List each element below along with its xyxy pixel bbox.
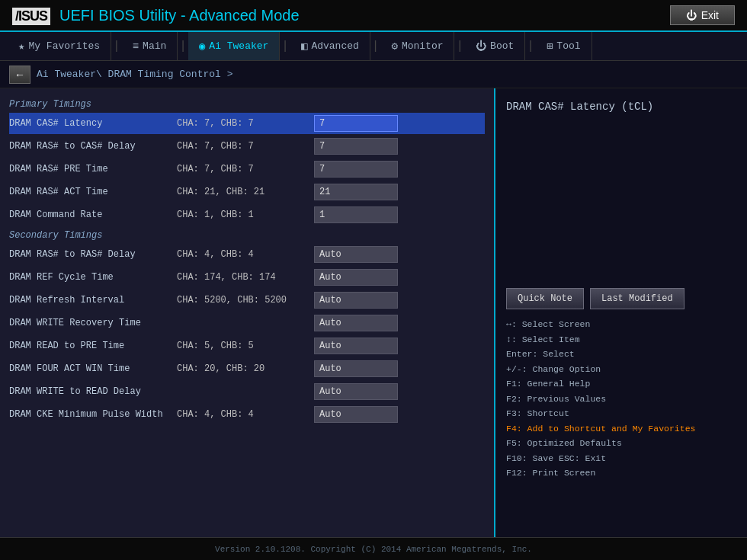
bios-row[interactable]: DRAM CKE Minimum Pulse WidthCHA: 4, CHB:… — [9, 404, 485, 425]
help-line: ↔: Select Screen — [506, 317, 736, 332]
boot-icon: ⏻ — [476, 40, 486, 53]
main-icon: ≡ — [133, 40, 139, 53]
row-channels: CHA: 5200, CHB: 5200 — [177, 295, 314, 306]
row-name: DRAM WRITE to READ Delay — [9, 386, 177, 397]
help-line: F10: Save ESC: Exit — [506, 451, 736, 466]
help-line: F3: Shortcut — [506, 406, 736, 421]
nav-label-main: Main — [143, 40, 166, 52]
row-value: Auto — [314, 246, 398, 263]
bios-row[interactable]: DRAM RAS# to CAS# DelayCHA: 7, CHB: 77 — [9, 136, 485, 157]
row-value: 7 — [314, 115, 398, 132]
row-channels: CHA: 20, CHB: 20 — [177, 363, 314, 374]
quick-note-button[interactable]: Quick Note — [506, 288, 584, 309]
row-value: Auto — [314, 315, 398, 331]
bios-row[interactable]: DRAM WRITE Recovery TimeAuto — [9, 312, 485, 334]
help-line: ↕: Select Item — [506, 332, 736, 347]
row-channels: CHA: 4, CHB: 4 — [177, 249, 314, 260]
bios-row[interactable]: DRAM RAS# to RAS# DelayCHA: 4, CHB: 4Aut… — [9, 244, 485, 265]
bios-row[interactable]: DRAM REF Cycle TimeCHA: 174, CHB: 174Aut… — [9, 267, 485, 288]
nav-item-tool[interactable]: ⊞Tool — [536, 32, 592, 60]
asus-logo: /ISUS — [12, 5, 50, 25]
row-value: Auto — [314, 360, 398, 377]
nav-item-monitor[interactable]: ⚙Monitor — [380, 32, 454, 60]
ai-tweaker-icon: ◉ — [199, 40, 205, 53]
nav-sep: | — [280, 40, 290, 53]
right-panel: DRAM CAS# Latency (tCL) Quick Note Last … — [495, 88, 747, 537]
navbar: ★My Favorites|≡Main|◉Ai Tweaker|◧Advance… — [0, 32, 747, 61]
row-channels: CHA: 7, CHB: 7 — [177, 164, 314, 174]
row-name: DRAM RAS# PRE Time — [9, 164, 177, 174]
row-value: Auto — [314, 406, 398, 423]
nav-label-tool: Tool — [556, 40, 580, 52]
row-name: DRAM Command Rate — [9, 210, 177, 220]
help-line: F12: Print Screen — [506, 466, 736, 481]
nav-label-monitor: Monitor — [402, 40, 444, 52]
left-panel: Primary TimingsDRAM CAS# LatencyCHA: 7, … — [0, 88, 495, 537]
help-text: ↔: Select Screen↕: Select ItemEnter: Sel… — [506, 317, 736, 481]
breadcrumb: Ai Tweaker\ DRAM Timing Control > — [37, 69, 232, 80]
row-channels: CHA: 174, CHB: 174 — [177, 272, 314, 283]
last-modified-button[interactable]: Last Modified — [590, 288, 684, 309]
nav-sep: | — [111, 40, 122, 53]
row-channels: CHA: 1, CHB: 1 — [177, 210, 314, 220]
bios-row[interactable]: DRAM READ to PRE TimeCHA: 5, CHB: 5Auto — [9, 335, 485, 357]
bios-row[interactable]: DRAM RAS# PRE TimeCHA: 7, CHB: 77 — [9, 158, 485, 180]
footer: Version 2.10.1208. Copyright (C) 2014 Am… — [0, 537, 747, 560]
exit-icon: ⏻ — [686, 9, 697, 21]
row-name: DRAM RAS# ACT Time — [9, 187, 177, 197]
nav-item-my-favorites[interactable]: ★My Favorites — [8, 32, 111, 60]
breadcrumb-bar: ← Ai Tweaker\ DRAM Timing Control > — [0, 61, 747, 88]
help-line: F5: Optimized Defaults — [506, 436, 736, 451]
nav-item-main[interactable]: ≡Main — [122, 32, 178, 60]
row-value: Auto — [314, 338, 398, 354]
row-name: DRAM FOUR ACT WIN Time — [9, 363, 177, 374]
row-name: DRAM CKE Minimum Pulse Width — [9, 409, 177, 420]
row-value: 7 — [314, 161, 398, 178]
help-line: F2: Previous Values — [506, 392, 736, 407]
section-label-secondary: Secondary Timings — [9, 230, 485, 241]
bios-row[interactable]: DRAM FOUR ACT WIN TimeCHA: 20, CHB: 20Au… — [9, 358, 485, 379]
main-content: Primary TimingsDRAM CAS# LatencyCHA: 7, … — [0, 88, 747, 537]
button-row: Quick Note Last Modified — [506, 288, 736, 309]
row-value: Auto — [314, 383, 398, 400]
tool-icon: ⊞ — [547, 40, 553, 53]
nav-label-boot: Boot — [490, 40, 514, 52]
my-favorites-icon: ★ — [18, 40, 24, 53]
row-name: DRAM CAS# Latency — [9, 118, 177, 129]
exit-button[interactable]: ⏻ Exit — [670, 5, 735, 25]
header: /ISUS UEFI BIOS Utility - Advanced Mode … — [0, 0, 747, 32]
section-label-primary: Primary Timings — [9, 99, 485, 110]
row-name: DRAM READ to PRE Time — [9, 341, 177, 351]
row-value: Auto — [314, 269, 398, 286]
advanced-icon: ◧ — [301, 40, 307, 53]
monitor-icon: ⚙ — [391, 40, 397, 53]
bios-row[interactable]: DRAM Command RateCHA: 1, CHB: 11 — [9, 204, 485, 226]
nav-sep: | — [178, 40, 188, 53]
row-channels: CHA: 21, CHB: 21 — [177, 187, 314, 197]
nav-sep: | — [525, 40, 536, 53]
row-value: 7 — [314, 138, 398, 155]
row-value: 1 — [314, 206, 398, 223]
row-name: DRAM RAS# to CAS# Delay — [9, 141, 177, 152]
help-line: F4: Add to Shortcut and My Favorites — [506, 421, 736, 437]
nav-item-boot[interactable]: ⏻Boot — [465, 32, 525, 60]
help-line: F1: General Help — [506, 376, 736, 392]
back-button[interactable]: ← — [9, 66, 30, 84]
row-name: DRAM Refresh Interval — [9, 295, 177, 306]
nav-item-advanced[interactable]: ◧Advanced — [290, 32, 370, 60]
nav-sep: | — [370, 40, 381, 53]
bios-row[interactable]: DRAM WRITE to READ DelayAuto — [9, 381, 485, 402]
row-name: DRAM REF Cycle Time — [9, 272, 177, 283]
row-channels: CHA: 5, CHB: 5 — [177, 341, 314, 351]
nav-item-ai-tweaker[interactable]: ◉Ai Tweaker — [188, 32, 280, 60]
row-name: DRAM RAS# to RAS# Delay — [9, 249, 177, 260]
row-channels: CHA: 7, CHB: 7 — [177, 141, 314, 152]
row-channels: CHA: 4, CHB: 4 — [177, 409, 314, 420]
bios-row[interactable]: DRAM CAS# LatencyCHA: 7, CHB: 77 — [9, 113, 485, 134]
row-name: DRAM WRITE Recovery Time — [9, 318, 177, 328]
bios-row[interactable]: DRAM Refresh IntervalCHA: 5200, CHB: 520… — [9, 290, 485, 311]
bios-row[interactable]: DRAM RAS# ACT TimeCHA: 21, CHB: 2121 — [9, 181, 485, 203]
nav-label-advanced: Advanced — [311, 40, 358, 52]
info-title: DRAM CAS# Latency (tCL) — [506, 101, 736, 113]
help-line: +/-: Change Option — [506, 362, 736, 377]
